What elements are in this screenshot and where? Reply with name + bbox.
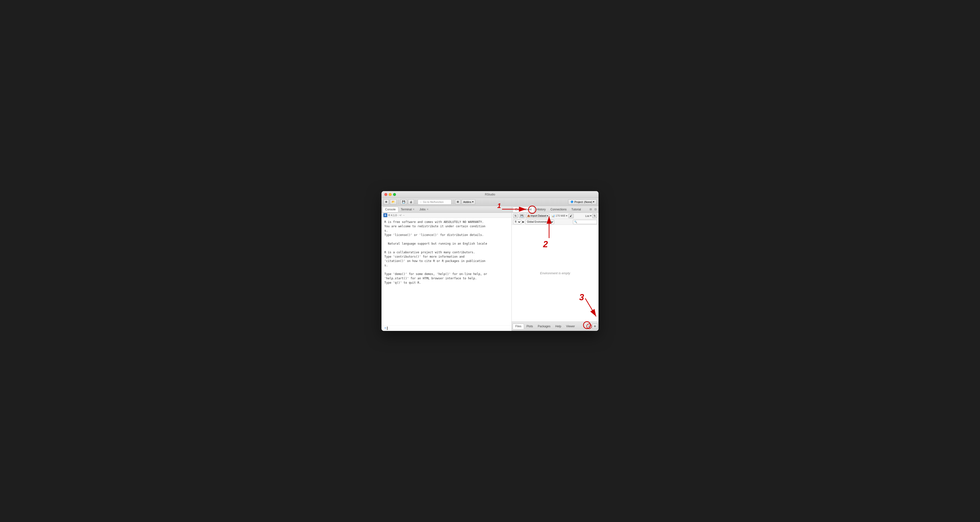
project-chevron-icon: ▾ bbox=[593, 200, 594, 203]
console-output: R is free software and comes with ABSOLU… bbox=[382, 218, 511, 325]
tab-jobs-close[interactable]: ✕ bbox=[426, 208, 428, 211]
r-version-select[interactable]: R bbox=[513, 220, 521, 224]
goto-file-input[interactable]: → Go to file/function bbox=[418, 199, 452, 205]
close-button[interactable] bbox=[384, 193, 387, 196]
list-chevron-icon: ▾ bbox=[590, 214, 592, 217]
console-path-bar: R R 4.1.0 · ~/ → bbox=[382, 213, 511, 218]
cursor-input[interactable] bbox=[387, 327, 388, 330]
console-prompt[interactable]: > bbox=[382, 325, 511, 331]
brush-button[interactable]: 🖌 bbox=[568, 214, 574, 218]
tab-plots[interactable]: Plots bbox=[524, 324, 535, 329]
expand-icon: ⊞ bbox=[594, 325, 596, 327]
right-panel-tabs: Environment History Connections Tutorial… bbox=[512, 206, 598, 213]
refresh-icon: ↻ bbox=[515, 214, 517, 217]
env-search-input[interactable] bbox=[573, 220, 597, 224]
list-view-label: List bbox=[585, 214, 589, 217]
tab-environment[interactable]: Environment bbox=[513, 207, 534, 212]
bottom-expand-button[interactable]: ⊞ bbox=[592, 324, 598, 329]
path-arrow-icon: → bbox=[402, 214, 405, 217]
right-panel: Environment History Connections Tutorial… bbox=[512, 206, 598, 331]
project-label: Project: (None) bbox=[574, 200, 592, 203]
tab-terminal-close[interactable]: ✕ bbox=[413, 208, 415, 211]
toolbar-separator-1 bbox=[398, 200, 399, 205]
console-text: R is free software and comes with ABSOLU… bbox=[384, 220, 509, 285]
left-panel: Console Terminal ✕ Jobs ✕ R R 4.1.0 · ~/… bbox=[382, 206, 512, 331]
env-toolbar: ↻ 💾 📥 Import Dataset ▾ 📊 170 MiB ▾ bbox=[512, 213, 598, 219]
bottom-right-buttons: ⊡ ⊞ bbox=[587, 324, 598, 329]
grid-button[interactable]: ⊞ bbox=[455, 199, 461, 205]
tab-jobs[interactable]: Jobs ✕ bbox=[417, 207, 431, 212]
env-separator: ▶ bbox=[522, 220, 524, 224]
console-tabs: Console Terminal ✕ Jobs ✕ bbox=[382, 206, 511, 213]
tab-viewer[interactable]: Viewer bbox=[563, 324, 577, 329]
print-button[interactable]: 🖨 bbox=[408, 199, 414, 205]
right-bottom-panel: Files Plots Packages Help Viewer bbox=[512, 322, 598, 331]
global-env-select[interactable]: Global Environment bbox=[525, 220, 554, 224]
tab-tutorial[interactable]: Tutorial bbox=[569, 207, 583, 212]
prompt-symbol: > bbox=[384, 327, 386, 330]
minimize-button[interactable] bbox=[389, 193, 391, 196]
r-logo: R bbox=[383, 213, 387, 217]
env-empty-state: Environment is empty bbox=[512, 225, 598, 322]
import-dataset-button[interactable]: 📥 Import Dataset ▾ bbox=[526, 214, 550, 218]
main-content: Console Terminal ✕ Jobs ✕ R R 4.1.0 · ~/… bbox=[382, 206, 598, 331]
tab-terminal[interactable]: Terminal ✕ bbox=[398, 207, 417, 212]
title-bar: RStudio bbox=[382, 191, 598, 198]
tab-packages[interactable]: Packages bbox=[535, 324, 553, 329]
import-chevron-icon: ▾ bbox=[547, 214, 548, 217]
main-toolbar: ⊕ 📂 💾 🖨 → Go to file/function ⊞ Addins ▾… bbox=[382, 198, 598, 206]
memory-chevron-icon: ▾ bbox=[566, 214, 567, 217]
addins-button[interactable]: Addins ▾ bbox=[461, 199, 475, 205]
window-title: RStudio bbox=[485, 193, 495, 196]
project-button[interactable]: 🔷 Project: (None) ▾ bbox=[568, 199, 597, 205]
save-icon: 💾 bbox=[402, 200, 406, 203]
refresh-env-btn2[interactable]: ↻ bbox=[592, 214, 597, 218]
bottom-collapse-button[interactable]: ⊡ bbox=[587, 324, 592, 329]
minimize-pane-icon[interactable]: ⊟ bbox=[589, 207, 593, 212]
open-file-button[interactable]: 📂 bbox=[390, 199, 397, 205]
refresh-env-button[interactable]: ↻ bbox=[513, 214, 518, 218]
toolbar-separator-3 bbox=[453, 200, 453, 205]
save-button[interactable]: 💾 bbox=[400, 199, 407, 205]
goto-icon: → bbox=[419, 200, 422, 203]
grid-icon: ⊞ bbox=[457, 200, 459, 203]
tab-connections[interactable]: Connections bbox=[548, 207, 569, 212]
tab-files[interactable]: Files bbox=[513, 324, 524, 329]
tab-history[interactable]: History bbox=[534, 207, 548, 212]
new-file-icon: ⊕ bbox=[385, 200, 387, 203]
brush-icon: 🖌 bbox=[570, 214, 572, 217]
addins-label: Addins bbox=[463, 200, 471, 203]
chevron-down-icon: ▾ bbox=[472, 200, 474, 203]
goto-label: Go to file/function bbox=[423, 200, 444, 203]
collapse-icon: ⊡ bbox=[588, 325, 590, 327]
maximize-pane-icon[interactable]: ⊡ bbox=[593, 207, 598, 212]
memory-display: 📊 170 MiB ▾ bbox=[552, 214, 567, 217]
bottom-panel-tabs: Files Plots Packages Help Viewer bbox=[512, 322, 598, 331]
console-path: R 4.1.0 · ~/ bbox=[388, 214, 401, 217]
print-icon: 🖨 bbox=[410, 200, 412, 203]
new-file-button[interactable]: ⊕ bbox=[383, 199, 389, 205]
save-env-icon: 💾 bbox=[520, 214, 523, 217]
memory-icon: 📊 bbox=[552, 214, 555, 217]
env-empty-text: Environment is empty bbox=[540, 271, 570, 275]
open-icon: 📂 bbox=[391, 200, 395, 203]
tab-console[interactable]: Console bbox=[382, 207, 398, 212]
maximize-button[interactable] bbox=[393, 193, 396, 196]
import-icon: 📥 bbox=[527, 214, 530, 217]
save-env-button[interactable]: 💾 bbox=[519, 214, 525, 218]
right-top-panel: Environment History Connections Tutorial… bbox=[512, 206, 598, 322]
traffic-lights[interactable] bbox=[384, 193, 396, 196]
tab-help[interactable]: Help bbox=[553, 324, 564, 329]
project-icon: 🔷 bbox=[570, 200, 574, 203]
env-bar: R ▶ Global Environment bbox=[512, 219, 598, 225]
